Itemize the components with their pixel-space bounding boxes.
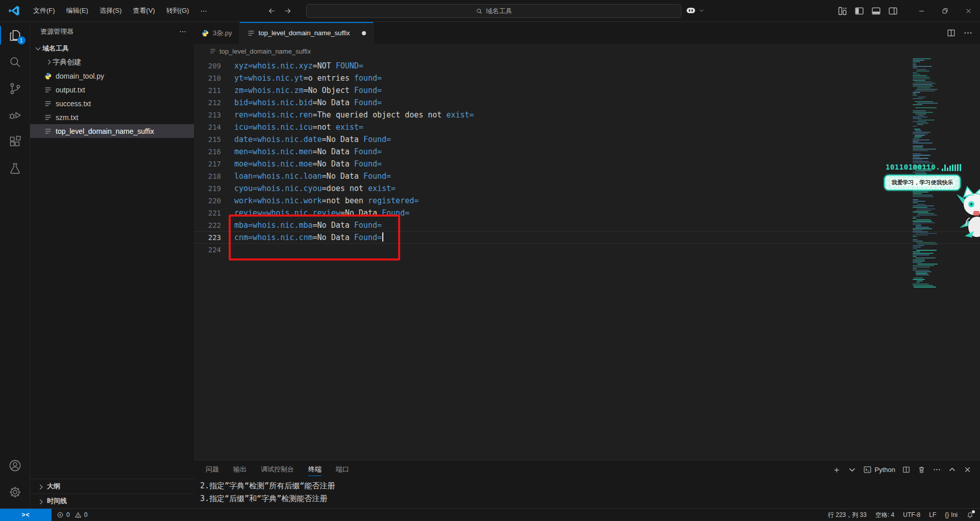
panel-tab-0[interactable]: 问题: [206, 460, 219, 479]
minimap-mark: [913, 159, 922, 160]
activity-item-extensions[interactable]: [0, 128, 30, 155]
panel-tab-3[interactable]: 终端: [308, 460, 322, 479]
eol-setting[interactable]: LF: [929, 511, 936, 518]
activity-item-search[interactable]: [0, 49, 30, 75]
minimap-mark: [914, 277, 923, 278]
annotation-red-box: [229, 215, 400, 260]
copilot-button[interactable]: [685, 5, 704, 16]
tab-0[interactable]: 3杂.py: [194, 22, 240, 44]
search-icon: [8, 55, 22, 69]
toggle-panel-icon[interactable]: [871, 6, 881, 16]
activity-item-source-control[interactable]: [0, 75, 30, 102]
minimap-mark: [913, 196, 934, 197]
close-panel-icon[interactable]: [963, 465, 972, 474]
code-tail: Found=: [354, 159, 382, 169]
code-line-211[interactable]: 211zm=whois.nic.zm=No Object Found=: [194, 84, 980, 97]
tree-item-0[interactable]: 字典创建: [30, 55, 194, 69]
maximize-panel-icon[interactable]: [948, 465, 957, 474]
terminal-line: 2.指定”字典“检测”所有后缀“能否注册: [200, 480, 980, 492]
tree-item-5[interactable]: top_level_domain_name_suffix: [30, 124, 194, 138]
tree-item-3[interactable]: success.txt: [30, 97, 194, 110]
code-line-213[interactable]: 213ren=whois.nic.ren=The queried object …: [194, 109, 980, 121]
minimap-mark: [917, 264, 938, 265]
sidebar-section-0[interactable]: 大纲: [30, 479, 194, 493]
panel-tab-2[interactable]: 调试控制台: [261, 460, 294, 479]
activity-item-account[interactable]: [0, 452, 30, 479]
problems-status[interactable]: 0 0: [57, 511, 87, 518]
code-line-217[interactable]: 217moe=whois.nic.moe=No Data Found=: [194, 158, 980, 170]
tree-item-2[interactable]: output.txt: [30, 83, 194, 97]
code-line-216[interactable]: 216men=whois.nic.men=No Data Found=: [194, 146, 980, 158]
terminal-output[interactable]: 2.指定”字典“检测”所有后缀“能否注册3.指定“后缀”和“字典”检测能否注册: [194, 479, 980, 508]
restore-button[interactable]: [933, 0, 957, 22]
command-center-search[interactable]: 域名工具: [306, 4, 681, 18]
forward-icon[interactable]: [283, 7, 292, 15]
tree-item-label: top_level_domain_name_suffix: [56, 127, 154, 135]
terminal-shell-picker[interactable]: Python: [863, 465, 895, 474]
menu-item-1[interactable]: 编辑(E): [61, 0, 94, 21]
code-line-214[interactable]: 214icu=whois.nic.icu=not exist=: [194, 121, 980, 133]
breadcrumb[interactable]: top_level_domain_name_suffix: [194, 44, 980, 58]
more-actions-icon[interactable]: [963, 28, 973, 38]
kill-terminal-icon[interactable]: [917, 465, 926, 474]
menu-item-2[interactable]: 选择(S): [94, 0, 127, 21]
minimap-mark: [913, 132, 930, 133]
toggle-sidebar-icon[interactable]: [854, 6, 865, 16]
code-line-212[interactable]: 212bid=whois.nic.bid=No Data Found=: [194, 97, 980, 109]
code-line-219[interactable]: 219cyou=whois.nic.cyou=does not exist=: [194, 182, 980, 195]
minimap-mark: [913, 262, 922, 263]
close-window-button[interactable]: [957, 0, 980, 22]
panel-more-icon[interactable]: [933, 465, 941, 474]
menu-item-3[interactable]: 查看(V): [127, 0, 160, 21]
sidebar-more-icon[interactable]: [179, 28, 187, 36]
activity-item-settings[interactable]: [0, 479, 30, 505]
minimap-mark: [913, 118, 921, 119]
code-line-220[interactable]: 220work=whois.nic.work=not been register…: [194, 195, 980, 207]
tree-item-1[interactable]: domain_tool.py: [30, 69, 194, 83]
indent-setting[interactable]: 空格: 4: [875, 511, 894, 519]
minimap-mark: [915, 173, 927, 174]
menu-item-5[interactable]: ⋯: [194, 0, 212, 21]
panel-tab-4[interactable]: 端口: [336, 460, 349, 479]
tab-1[interactable]: top_level_domain_name_suffix: [240, 22, 374, 44]
minimap-mark: [913, 112, 933, 113]
split-editor-icon[interactable]: [946, 28, 956, 38]
code-line-210[interactable]: 210yt=whois.nic.yt=o entries found=: [194, 72, 980, 84]
code-editor[interactable]: 209xyz=whois.nic.xyz=NOT FOUND=210yt=who…: [194, 58, 980, 460]
sidebar-section-1[interactable]: 时间线: [30, 493, 194, 508]
activity-item-explorer[interactable]: 1: [0, 22, 30, 49]
minimap-mark: [913, 161, 929, 162]
menu-item-0[interactable]: 文件(F): [28, 0, 61, 21]
panel-tab-1[interactable]: 输出: [233, 460, 247, 479]
encoding[interactable]: UTF-8: [903, 511, 920, 518]
notifications-bell-icon[interactable]: [966, 511, 974, 519]
new-terminal-button[interactable]: ＋: [832, 465, 841, 474]
minimap[interactable]: [912, 58, 938, 289]
minimap-mark: [913, 74, 920, 75]
pet-mascot-icon[interactable]: [955, 179, 980, 246]
tree-item-root[interactable]: 域名工具: [30, 41, 194, 55]
minimap-mark: [913, 60, 924, 61]
minimap-mark: [913, 248, 917, 249]
minimap-mark: [913, 155, 930, 156]
line-number: 212: [194, 97, 221, 109]
remote-indicator[interactable]: ><: [0, 509, 52, 521]
tab-bar: 3杂.pytop_level_domain_name_suffix: [194, 22, 980, 44]
toggle-secondary-sidebar-icon[interactable]: [888, 6, 898, 16]
activity-item-run-debug[interactable]: [0, 102, 30, 128]
menu-item-4[interactable]: 转到(G): [161, 0, 195, 21]
code-tail: exist=: [336, 123, 363, 132]
code-line-209[interactable]: 209xyz=whois.nic.xyz=NOT FOUND=: [194, 60, 980, 72]
customize-layout-icon[interactable]: [837, 6, 848, 16]
language-mode[interactable]: {} Ini: [945, 511, 958, 518]
split-terminal-icon[interactable]: [902, 465, 911, 474]
tree-item-4[interactable]: szm.txt: [30, 110, 194, 124]
terminal-launch-chevron-icon[interactable]: [848, 465, 856, 474]
code-line-215[interactable]: 215date=whois.nic.date=No Data Found=: [194, 133, 980, 146]
code-line-218[interactable]: 218loan=whois.nic.loan=No Data Found=: [194, 170, 980, 182]
back-icon[interactable]: [267, 7, 276, 15]
minimize-button[interactable]: [910, 0, 933, 22]
cursor-position[interactable]: 行 223，列 33: [828, 511, 867, 519]
activity-item-testing[interactable]: [0, 155, 30, 181]
code-text: cyou=whois.nic.cyou=does not exist=: [234, 182, 396, 195]
